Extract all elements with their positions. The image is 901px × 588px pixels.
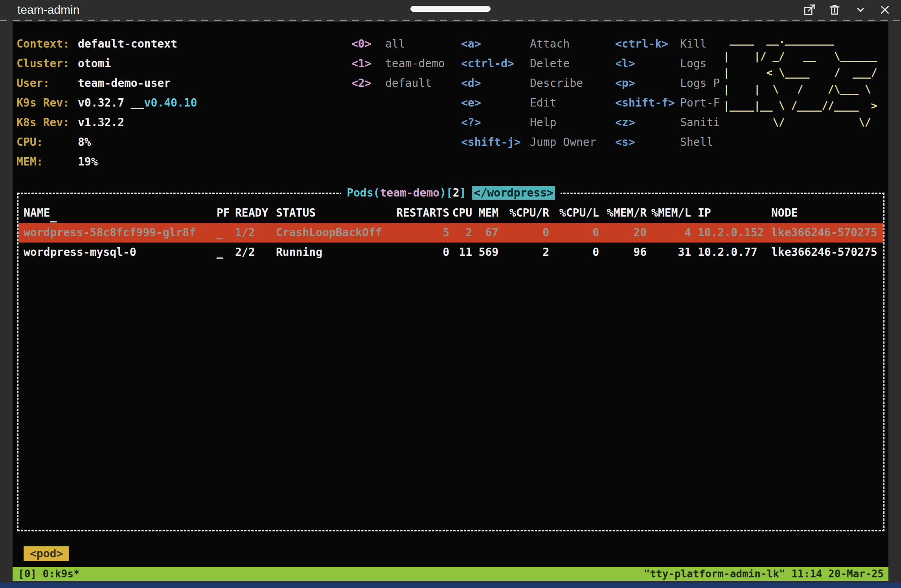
hotkey-label: Help xyxy=(530,116,556,129)
command-hotkeys-col1: <a>Attach <ctrl-d>Delete <d>Describe <e>… xyxy=(461,34,596,152)
punct: ] xyxy=(460,186,466,199)
hotkey-namespace-all: <0>all xyxy=(351,34,445,54)
command-hotkeys-col2: <ctrl-k>Kill <l>Logs <p>Logs P <shift-f>… xyxy=(615,34,720,152)
hotkey-label: all xyxy=(385,37,405,50)
info-label: K9s Rev: xyxy=(17,93,78,113)
cell-ip: 10.2.0.77 xyxy=(698,243,758,262)
info-label: K8s Rev: xyxy=(17,113,78,132)
pods-panel-title: Pods(team-demo)[2]</wordpress> xyxy=(341,183,561,203)
punct: ( xyxy=(373,186,380,199)
hotkey-label: Saniti xyxy=(680,116,720,129)
pods-table-header: NAME_ PF READY STATUS RESTARTS CPU MEM %… xyxy=(18,203,883,223)
info-row-context: Context:default-context xyxy=(17,34,197,54)
resource-name: Pods xyxy=(347,186,373,199)
hotkey-edit: <e>Edit xyxy=(461,93,596,113)
pod-row[interactable]: wordpress-mysql-0 _ 2/2 Running 0 11 569… xyxy=(18,243,883,262)
cell-node: lke366246-570275 xyxy=(771,223,877,243)
hotkey-label: Kill xyxy=(680,37,706,50)
info-row-user: User:team-demo-user xyxy=(17,74,197,93)
pod-count: 2 xyxy=(453,186,460,199)
hotkey-delete: <ctrl-d>Delete xyxy=(461,54,596,74)
hotkey-label: Edit xyxy=(530,96,556,109)
close-icon[interactable] xyxy=(878,3,892,17)
info-label: Cluster: xyxy=(17,54,78,74)
hotkey-label: team-demo xyxy=(385,57,445,70)
hotkey-key: <2> xyxy=(351,74,385,93)
hotkey-namespace-team-demo: <1>team-demo xyxy=(351,54,445,74)
window-title: team-admin xyxy=(17,0,79,20)
header-node: NODE xyxy=(771,203,798,223)
punct: ) xyxy=(439,186,446,199)
hotkey-label: Describe xyxy=(530,77,583,90)
info-label: MEM: xyxy=(17,152,78,172)
hotkey-key: <l> xyxy=(615,54,680,74)
k9s-terminal[interactable]: Context:default-context Cluster:otomi Us… xyxy=(13,22,888,581)
info-row-mem: MEM:19% xyxy=(17,152,197,172)
trash-icon[interactable] xyxy=(828,3,841,17)
hotkey-key: <shift-j> xyxy=(461,132,530,152)
window-titlebar: team-admin xyxy=(0,0,901,20)
pod-row[interactable]: wordpress-58c8fcf999-glr8f _ 1/2 CrashLo… xyxy=(18,223,883,243)
hotkey-label: Shell xyxy=(680,136,713,149)
info-label: User: xyxy=(17,74,78,93)
cell-pmem-l: 4 xyxy=(18,223,691,243)
hotkey-jump-owner: <shift-j>Jump Owner xyxy=(461,132,596,152)
info-value: v0.32.7 __ xyxy=(78,96,144,109)
cell-node: lke366246-570275 xyxy=(771,243,877,262)
hotkey-attach: <a>Attach xyxy=(461,34,596,54)
hotkey-key: <d> xyxy=(461,74,530,93)
hotkey-port-forward: <shift-f>Port-F xyxy=(615,93,720,113)
hotkey-key: <e> xyxy=(461,93,530,113)
hotkey-key: <shift-f> xyxy=(615,93,680,113)
info-value: default-context xyxy=(78,37,177,50)
info-row-cluster: Cluster:otomi xyxy=(17,54,197,74)
drag-handle[interactable] xyxy=(410,6,491,12)
hotkey-label: Port-F xyxy=(680,96,720,109)
punct: [ xyxy=(446,186,453,199)
hotkey-logs-previous: <p>Logs P xyxy=(615,74,720,93)
hotkey-key: <s> xyxy=(615,132,680,152)
info-row-k8s-rev: K8s Rev:v1.32.2 xyxy=(17,113,197,132)
cell-ip: 10.2.0.152 xyxy=(698,223,764,243)
info-value: 19% xyxy=(78,155,98,168)
hotkey-key: <ctrl-k> xyxy=(615,34,680,54)
open-external-icon[interactable] xyxy=(803,3,816,17)
hotkey-key: <1> xyxy=(351,54,385,74)
tmux-session-info: [0] 0:k9s* xyxy=(18,567,80,581)
hotkey-describe: <d>Describe xyxy=(461,74,596,93)
hotkey-label: Attach xyxy=(530,37,570,50)
info-value: 8% xyxy=(78,136,91,149)
namespace-name: team-demo xyxy=(380,186,439,199)
namespace-hotkeys: <0>all <1>team-demo <2>default xyxy=(351,34,445,93)
hotkey-key: <p> xyxy=(615,74,680,93)
chevron-down-icon[interactable] xyxy=(854,3,867,17)
tmux-host-clock: "tty-platform-admin-lk" 11:14 20-Mar-25 xyxy=(644,567,884,581)
header-ip: IP xyxy=(698,203,711,223)
info-value: otomi xyxy=(78,57,111,70)
titlebar-separator xyxy=(0,20,901,21)
hotkey-sanitize: <z>Saniti xyxy=(615,113,720,132)
breadcrumb-pod: <pod> xyxy=(24,546,69,561)
header-pmem-l: %MEM/L xyxy=(18,203,691,223)
hotkey-key: <ctrl-d> xyxy=(461,54,530,74)
hotkey-key: <0> xyxy=(351,34,385,54)
bottom-edge-strip xyxy=(0,582,901,588)
info-label: Context: xyxy=(17,34,78,54)
info-row-k9s-rev: K9s Rev:v0.32.7 __v0.40.10 xyxy=(17,93,197,113)
filter-badge: </wordpress> xyxy=(473,186,555,200)
hotkey-help: <?>Help xyxy=(461,113,596,132)
cell-pmem-l: 31 xyxy=(18,243,691,262)
hotkey-label: Jump Owner xyxy=(530,136,596,149)
hotkey-shell: <s>Shell xyxy=(615,132,720,152)
hotkey-key: <?> xyxy=(461,113,530,132)
hotkey-label: Delete xyxy=(530,57,570,70)
info-value: v1.32.2 xyxy=(78,116,124,129)
hotkey-logs: <l>Logs xyxy=(615,54,720,74)
hotkey-namespace-default: <2>default xyxy=(351,74,445,93)
info-value: team-demo-user xyxy=(78,77,171,90)
info-row-cpu: CPU:8% xyxy=(17,132,197,152)
pods-table: NAME_ PF READY STATUS RESTARTS CPU MEM %… xyxy=(18,203,883,262)
hotkey-label: Logs xyxy=(680,57,706,70)
hotkey-key: <a> xyxy=(461,34,530,54)
hotkey-label: Logs P xyxy=(680,77,720,90)
